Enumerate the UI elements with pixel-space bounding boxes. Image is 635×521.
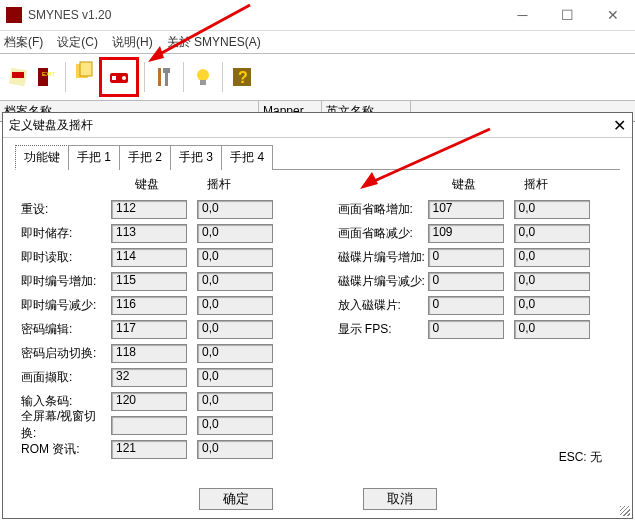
binding-label: 即时编号增加: <box>21 273 111 290</box>
keyboard-field[interactable] <box>111 416 187 435</box>
joystick-field[interactable]: 0,0 <box>514 296 590 315</box>
binding-label: 密码启动切换: <box>21 345 111 362</box>
keyboard-field[interactable]: 116 <box>111 296 187 315</box>
keyboard-field[interactable]: 0 <box>428 272 504 291</box>
keyboard-field[interactable]: 112 <box>111 200 187 219</box>
joystick-field[interactable]: 0,0 <box>514 320 590 339</box>
left-column: 键盘摇杆 重设:1120,0即时储存:1130,0即时读取:1140,0即时编号… <box>21 176 298 461</box>
keyboard-field[interactable]: 121 <box>111 440 187 459</box>
close-button[interactable]: ✕ <box>590 0 635 30</box>
header-joystick: 摇杆 <box>500 176 572 193</box>
binding-label: ROM 资讯: <box>21 441 111 458</box>
binding-row: 磁碟片编号减少:00,0 <box>338 269 615 293</box>
joystick-field[interactable]: 0,0 <box>514 248 590 267</box>
minimize-button[interactable]: ─ <box>500 0 545 30</box>
joystick-field[interactable]: 0,0 <box>197 296 273 315</box>
keyboard-field[interactable]: 117 <box>111 320 187 339</box>
dialog-title: 定义键盘及摇杆 <box>9 117 93 134</box>
window-title: SMYNES v1.20 <box>28 8 500 22</box>
joystick-field[interactable]: 0,0 <box>197 344 273 363</box>
exit-icon[interactable]: EXIT <box>32 63 60 91</box>
toolbar: EXIT ? <box>0 53 635 101</box>
tab-function-keys[interactable]: 功能键 <box>15 145 69 170</box>
binding-label: 即时读取: <box>21 249 111 266</box>
binding-label: 显示 FPS: <box>338 321 428 338</box>
binding-row: ROM 资讯:1210,0 <box>21 437 298 461</box>
joystick-field[interactable]: 0,0 <box>514 224 590 243</box>
keyboard-field[interactable]: 0 <box>428 320 504 339</box>
binding-row: 磁碟片编号增加:00,0 <box>338 245 615 269</box>
svg-text:EXIT: EXIT <box>42 71 56 77</box>
keyboard-field[interactable]: 114 <box>111 248 187 267</box>
resize-grip[interactable] <box>618 504 632 518</box>
svg-text:?: ? <box>238 69 248 86</box>
tab-pad-3[interactable]: 手把 3 <box>170 145 222 170</box>
binding-row: 即时编号减少:1160,0 <box>21 293 298 317</box>
binding-row: 密码编辑:1170,0 <box>21 317 298 341</box>
files-icon[interactable] <box>71 57 99 85</box>
svg-point-12 <box>197 69 209 81</box>
tab-pad-2[interactable]: 手把 2 <box>119 145 171 170</box>
binding-row: 即时读取:1140,0 <box>21 245 298 269</box>
keyboard-field[interactable]: 113 <box>111 224 187 243</box>
help-icon[interactable]: ? <box>228 63 256 91</box>
menu-help[interactable]: 说明(H) <box>112 34 153 51</box>
binding-row: 画面省略减少:1090,0 <box>338 221 615 245</box>
binding-row: 重设:1120,0 <box>21 197 298 221</box>
menu-about[interactable]: 关於 SMYNES(A) <box>167 34 261 51</box>
keyboard-field[interactable]: 120 <box>111 392 187 411</box>
keyboard-field[interactable]: 0 <box>428 296 504 315</box>
binding-row: 密码启动切换:1180,0 <box>21 341 298 365</box>
keyboard-field[interactable]: 118 <box>111 344 187 363</box>
menu-file[interactable]: 档案(F) <box>4 34 43 51</box>
rom-icon[interactable] <box>4 63 32 91</box>
header-joystick: 摇杆 <box>183 176 255 193</box>
joystick-field[interactable]: 0,0 <box>197 320 273 339</box>
tools-icon[interactable] <box>150 63 178 91</box>
joystick-field[interactable]: 0,0 <box>197 392 273 411</box>
svg-rect-9 <box>158 68 161 86</box>
joystick-field[interactable]: 0,0 <box>197 200 273 219</box>
joystick-field[interactable]: 0,0 <box>197 272 273 291</box>
joystick-field[interactable]: 0,0 <box>197 248 273 267</box>
joystick-field[interactable]: 0,0 <box>197 224 273 243</box>
binding-label: 重设: <box>21 201 111 218</box>
binding-label: 画面撷取: <box>21 369 111 386</box>
joystick-field[interactable]: 0,0 <box>197 416 273 435</box>
binding-label: 即时编号减少: <box>21 297 111 314</box>
controller-icon[interactable] <box>105 63 133 91</box>
menu-settings[interactable]: 设定(C) <box>57 34 98 51</box>
bulb-icon[interactable] <box>189 63 217 91</box>
esc-label: ESC: 无 <box>559 449 602 466</box>
header-keyboard: 键盘 <box>428 176 500 193</box>
ok-button[interactable]: 确定 <box>199 488 273 510</box>
joystick-field[interactable]: 0,0 <box>197 368 273 387</box>
app-icon <box>6 7 22 23</box>
joystick-field[interactable]: 0,0 <box>514 200 590 219</box>
titlebar: SMYNES v1.20 ─ ☐ ✕ <box>0 0 635 31</box>
joystick-field[interactable]: 0,0 <box>197 440 273 459</box>
binding-label: 画面省略减少: <box>338 225 428 242</box>
cancel-button[interactable]: 取消 <box>363 488 437 510</box>
svg-point-8 <box>122 76 126 80</box>
binding-row: 全屏幕/视窗切换:0,0 <box>21 413 298 437</box>
menubar: 档案(F) 设定(C) 说明(H) 关於 SMYNES(A) <box>0 31 635 53</box>
keyboard-field[interactable]: 107 <box>428 200 504 219</box>
joystick-field[interactable]: 0,0 <box>514 272 590 291</box>
header-keyboard: 键盘 <box>111 176 183 193</box>
tab-strip: 功能键 手把 1 手把 2 手把 3 手把 4 <box>3 138 632 169</box>
tab-pad-1[interactable]: 手把 1 <box>68 145 120 170</box>
tab-pad-4[interactable]: 手把 4 <box>221 145 273 170</box>
keyboard-field[interactable]: 115 <box>111 272 187 291</box>
keyboard-field[interactable]: 109 <box>428 224 504 243</box>
binding-row: 即时编号增加:1150,0 <box>21 269 298 293</box>
keyboard-field[interactable]: 0 <box>428 248 504 267</box>
svg-rect-5 <box>80 62 92 76</box>
svg-rect-11 <box>163 68 170 73</box>
maximize-button[interactable]: ☐ <box>545 0 590 30</box>
binding-label: 全屏幕/视窗切换: <box>21 408 111 442</box>
keyboard-field[interactable]: 32 <box>111 368 187 387</box>
keyboard-joystick-dialog: 定义键盘及摇杆 ✕ 功能键 手把 1 手把 2 手把 3 手把 4 键盘摇杆 重… <box>2 112 633 519</box>
right-column: 键盘摇杆 画面省略增加:1070,0画面省略减少:1090,0磁碟片编号增加:0… <box>338 176 615 461</box>
dialog-close-icon[interactable]: ✕ <box>613 116 626 135</box>
